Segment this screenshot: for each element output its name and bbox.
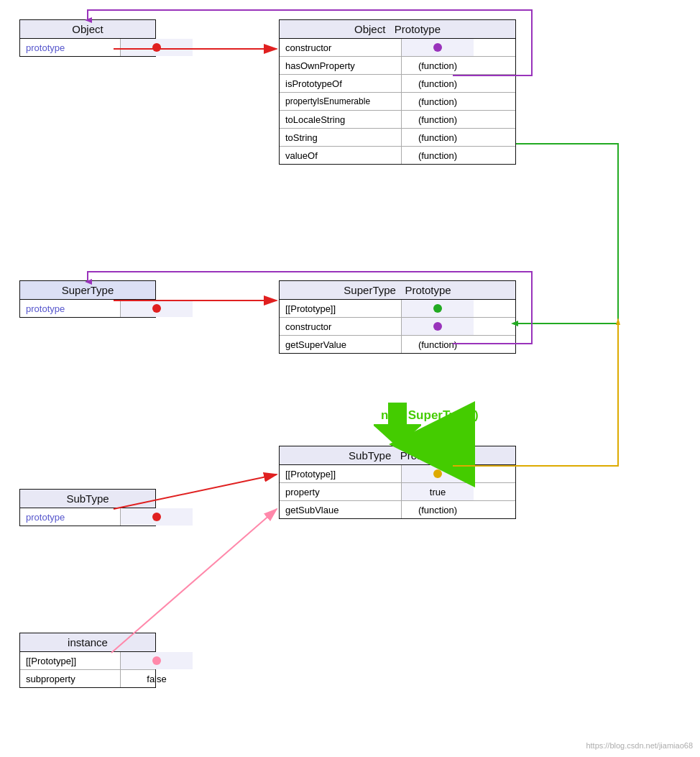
new-supertype-arrow-triangle [374,426,421,447]
subtype-property-key: property [280,483,402,500]
tolocalestring-key: toLocaleString [280,111,402,128]
instance-proto-val [121,652,193,669]
getsupervalue-val: (function) [402,336,474,353]
supertype-header: SuperType [20,281,155,300]
instance-proto-arrow [111,509,277,653]
subproperty-val: false [121,670,193,687]
object-box: Object prototype [19,19,156,57]
supertype-proto-val [402,300,474,317]
instance-header: instance [20,633,155,652]
object-box-header: Object [20,20,155,39]
constructor-val [402,39,474,56]
subproperty-key: subproperty [20,670,121,687]
getsupervalue-key: getSuperValue [280,336,402,353]
instance-box: instance [[Prototype]] subproperty false [19,633,156,688]
hasownproperty-key: hasOwnProperty [280,57,402,74]
subtype-prototype-header: SubType Prototype [280,446,515,465]
getsubvlaue-val: (function) [402,501,474,518]
subtype-prototype-val [121,508,193,526]
yellow-arrowhead [616,318,620,325]
watermark: https://blog.csdn.net/jiamiao68 [586,741,693,750]
supertype-prototype-header: SuperType Prototype [280,281,515,300]
instance-proto-key: [[Prototype]] [20,652,121,669]
propertyisenumerable-key: propertyIsEnumerable [280,93,402,110]
isprototypeof-key: isPrototypeOf [280,75,402,92]
object-prototype-val [121,39,193,56]
valueof-key: valueOf [280,147,402,164]
constructor-key: constructor [280,39,402,56]
new-supertype-label: new SuperType() [381,408,479,423]
subtype-proto-key: [[Prototype]] [280,465,402,482]
supertype-prototype-box: SuperType Prototype [[Prototype]] constr… [279,280,516,354]
object-prototype-header: Object Prototype [280,20,515,39]
subtype-property-val: true [402,483,474,500]
new-supertype-arrowhead-big [374,424,421,444]
hasownproperty-val: (function) [402,57,474,74]
supertype-prototype-key: prototype [20,300,121,317]
supertype-prototype-val [121,300,193,317]
object-prototype-key: prototype [20,39,121,56]
tolocalestring-val: (function) [402,111,474,128]
object-prototype-row: prototype [20,39,155,56]
subtype-header: SubType [20,490,155,508]
subtype-proto-val [402,465,474,482]
tostring-val: (function) [402,129,474,146]
propertyisenumerable-val: (function) [402,93,474,110]
green-prototype-chain-line [516,144,618,324]
subtype-prototype-box: SubType Prototype [[Prototype]] property… [279,446,516,519]
valueof-val: (function) [402,147,474,164]
diagram: Object prototype Object Prototype constr… [0,0,700,757]
supertype-proto-key: [[Prototype]] [280,300,402,317]
isprototypeof-val: (function) [402,75,474,92]
subtype-prototype-key: prototype [20,508,121,526]
tostring-key: toString [280,129,402,146]
getsubvlaue-key: getSubVlaue [280,501,402,518]
subtype-box: SubType prototype [19,489,156,526]
supertype-box: SuperType prototype [19,280,156,318]
supertype-constructor-val [402,318,474,335]
supertype-constructor-key: constructor [280,318,402,335]
object-prototype-box: Object Prototype constructor hasOwnPrope… [279,19,516,165]
